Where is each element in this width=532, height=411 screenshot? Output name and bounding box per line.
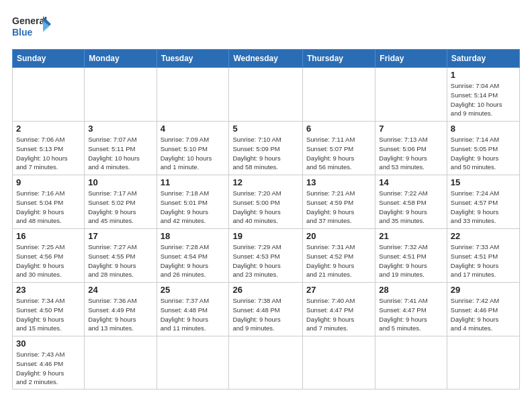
day-info: Sunrise: 7:09 AM Sunset: 5:10 PM Dayligh… <box>161 135 226 172</box>
calendar-cell <box>85 68 157 122</box>
weekday-header-monday: Monday <box>85 50 157 68</box>
weekday-header-thursday: Thursday <box>303 50 375 68</box>
calendar-cell: 17Sunrise: 7:27 AM Sunset: 4:55 PM Dayli… <box>85 229 157 283</box>
header: General Blue <box>12 12 520 42</box>
day-info: Sunrise: 7:41 AM Sunset: 4:47 PM Dayligh… <box>379 296 443 333</box>
day-number: 7 <box>379 124 443 134</box>
calendar-cell: 13Sunrise: 7:21 AM Sunset: 4:59 PM Dayli… <box>303 175 375 229</box>
calendar-cell <box>303 68 375 122</box>
calendar-cell: 22Sunrise: 7:33 AM Sunset: 4:51 PM Dayli… <box>447 229 519 283</box>
calendar: SundayMondayTuesdayWednesdayThursdayFrid… <box>12 49 520 390</box>
calendar-cell: 11Sunrise: 7:18 AM Sunset: 5:01 PM Dayli… <box>157 175 229 229</box>
day-number: 5 <box>232 124 299 134</box>
day-number: 21 <box>379 231 443 241</box>
calendar-cell: 12Sunrise: 7:20 AM Sunset: 5:00 PM Dayli… <box>229 175 303 229</box>
calendar-cell: 20Sunrise: 7:31 AM Sunset: 4:52 PM Dayli… <box>303 229 375 283</box>
calendar-cell <box>85 336 157 390</box>
day-info: Sunrise: 7:42 AM Sunset: 4:46 PM Dayligh… <box>451 296 516 333</box>
calendar-cell: 18Sunrise: 7:28 AM Sunset: 4:54 PM Dayli… <box>157 229 229 283</box>
day-info: Sunrise: 7:18 AM Sunset: 5:01 PM Dayligh… <box>161 189 226 226</box>
day-info: Sunrise: 7:27 AM Sunset: 4:55 PM Dayligh… <box>88 242 152 279</box>
week-row-5: 23Sunrise: 7:34 AM Sunset: 4:50 PM Dayli… <box>13 283 520 336</box>
day-number: 16 <box>16 231 81 241</box>
calendar-cell <box>375 336 447 390</box>
calendar-cell: 16Sunrise: 7:25 AM Sunset: 4:56 PM Dayli… <box>13 229 85 283</box>
day-info: Sunrise: 7:16 AM Sunset: 5:04 PM Dayligh… <box>16 189 81 226</box>
day-number: 29 <box>451 285 516 295</box>
calendar-cell: 3Sunrise: 7:07 AM Sunset: 5:11 PM Daylig… <box>85 122 157 175</box>
day-info: Sunrise: 7:14 AM Sunset: 5:05 PM Dayligh… <box>451 135 516 172</box>
day-number: 20 <box>306 231 371 241</box>
calendar-cell: 4Sunrise: 7:09 AM Sunset: 5:10 PM Daylig… <box>157 122 229 175</box>
weekday-header-tuesday: Tuesday <box>157 50 229 68</box>
calendar-cell: 29Sunrise: 7:42 AM Sunset: 4:46 PM Dayli… <box>447 283 519 336</box>
day-info: Sunrise: 7:36 AM Sunset: 4:49 PM Dayligh… <box>88 296 152 333</box>
calendar-cell <box>157 68 229 122</box>
logo: General Blue <box>12 12 52 42</box>
calendar-cell: 23Sunrise: 7:34 AM Sunset: 4:50 PM Dayli… <box>13 283 85 336</box>
day-number: 8 <box>451 124 516 134</box>
day-info: Sunrise: 7:11 AM Sunset: 5:07 PM Dayligh… <box>306 135 371 172</box>
day-info: Sunrise: 7:32 AM Sunset: 4:51 PM Dayligh… <box>379 242 443 279</box>
day-number: 12 <box>232 177 299 187</box>
day-info: Sunrise: 7:10 AM Sunset: 5:09 PM Dayligh… <box>232 135 299 172</box>
day-number: 23 <box>16 285 81 295</box>
calendar-cell: 2Sunrise: 7:06 AM Sunset: 5:13 PM Daylig… <box>13 122 85 175</box>
day-info: Sunrise: 7:33 AM Sunset: 4:51 PM Dayligh… <box>451 242 516 279</box>
day-number: 15 <box>451 177 516 187</box>
day-number: 19 <box>232 231 299 241</box>
calendar-cell: 6Sunrise: 7:11 AM Sunset: 5:07 PM Daylig… <box>303 122 375 175</box>
day-number: 13 <box>306 177 371 187</box>
day-info: Sunrise: 7:28 AM Sunset: 4:54 PM Dayligh… <box>161 242 226 279</box>
day-number: 26 <box>232 285 299 295</box>
calendar-cell: 24Sunrise: 7:36 AM Sunset: 4:49 PM Dayli… <box>85 283 157 336</box>
day-number: 17 <box>88 231 152 241</box>
day-number: 22 <box>451 231 516 241</box>
day-info: Sunrise: 7:31 AM Sunset: 4:52 PM Dayligh… <box>306 242 371 279</box>
calendar-cell: 27Sunrise: 7:40 AM Sunset: 4:47 PM Dayli… <box>303 283 375 336</box>
calendar-cell: 30Sunrise: 7:43 AM Sunset: 4:46 PM Dayli… <box>13 336 85 390</box>
weekday-header-saturday: Saturday <box>447 50 519 68</box>
page: General Blue SundayMondayTuesdayWednesda… <box>0 0 532 396</box>
calendar-cell <box>375 68 447 122</box>
calendar-cell: 14Sunrise: 7:22 AM Sunset: 4:58 PM Dayli… <box>375 175 447 229</box>
day-info: Sunrise: 7:25 AM Sunset: 4:56 PM Dayligh… <box>16 242 81 279</box>
svg-text:Blue: Blue <box>12 27 33 38</box>
day-info: Sunrise: 7:40 AM Sunset: 4:47 PM Dayligh… <box>306 296 371 333</box>
calendar-cell <box>447 336 519 390</box>
calendar-cell <box>303 336 375 390</box>
day-number: 10 <box>88 177 152 187</box>
day-number: 11 <box>161 177 226 187</box>
calendar-cell <box>229 68 303 122</box>
week-row-6: 30Sunrise: 7:43 AM Sunset: 4:46 PM Dayli… <box>13 336 520 390</box>
week-row-4: 16Sunrise: 7:25 AM Sunset: 4:56 PM Dayli… <box>13 229 520 283</box>
day-number: 4 <box>161 124 226 134</box>
calendar-cell: 26Sunrise: 7:38 AM Sunset: 4:48 PM Dayli… <box>229 283 303 336</box>
svg-text:General: General <box>12 15 47 26</box>
calendar-cell: 19Sunrise: 7:29 AM Sunset: 4:53 PM Dayli… <box>229 229 303 283</box>
day-info: Sunrise: 7:29 AM Sunset: 4:53 PM Dayligh… <box>232 242 299 279</box>
calendar-cell: 10Sunrise: 7:17 AM Sunset: 5:02 PM Dayli… <box>85 175 157 229</box>
day-info: Sunrise: 7:07 AM Sunset: 5:11 PM Dayligh… <box>88 135 152 172</box>
day-number: 28 <box>379 285 443 295</box>
day-info: Sunrise: 7:37 AM Sunset: 4:48 PM Dayligh… <box>161 296 226 333</box>
day-info: Sunrise: 7:20 AM Sunset: 5:00 PM Dayligh… <box>232 189 299 226</box>
day-info: Sunrise: 7:24 AM Sunset: 4:57 PM Dayligh… <box>451 189 516 226</box>
day-info: Sunrise: 7:21 AM Sunset: 4:59 PM Dayligh… <box>306 189 371 226</box>
day-number: 25 <box>161 285 226 295</box>
calendar-cell: 15Sunrise: 7:24 AM Sunset: 4:57 PM Dayli… <box>447 175 519 229</box>
week-row-2: 2Sunrise: 7:06 AM Sunset: 5:13 PM Daylig… <box>13 122 520 175</box>
weekday-header-wednesday: Wednesday <box>229 50 303 68</box>
day-number: 9 <box>16 177 81 187</box>
weekday-header-sunday: Sunday <box>13 50 85 68</box>
calendar-cell <box>157 336 229 390</box>
calendar-cell: 21Sunrise: 7:32 AM Sunset: 4:51 PM Dayli… <box>375 229 447 283</box>
day-number: 14 <box>379 177 443 187</box>
calendar-cell: 9Sunrise: 7:16 AM Sunset: 5:04 PM Daylig… <box>13 175 85 229</box>
day-info: Sunrise: 7:04 AM Sunset: 5:14 PM Dayligh… <box>451 81 516 118</box>
day-info: Sunrise: 7:43 AM Sunset: 4:46 PM Dayligh… <box>16 350 81 387</box>
weekday-header-friday: Friday <box>375 50 447 68</box>
calendar-cell: 8Sunrise: 7:14 AM Sunset: 5:05 PM Daylig… <box>447 122 519 175</box>
day-number: 3 <box>88 124 152 134</box>
day-info: Sunrise: 7:38 AM Sunset: 4:48 PM Dayligh… <box>232 296 299 333</box>
